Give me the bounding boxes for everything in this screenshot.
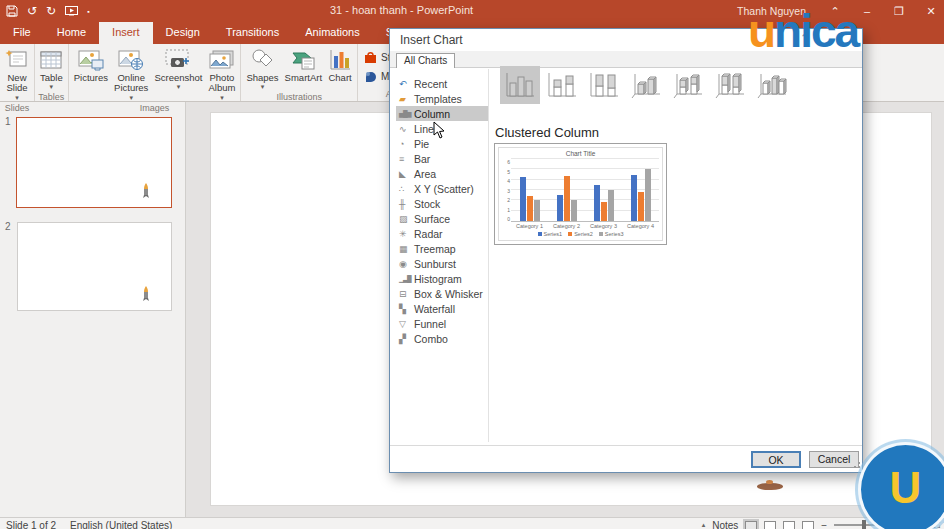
- gallery-clustered-column[interactable]: [500, 66, 540, 104]
- all-charts-tab[interactable]: All Charts: [396, 53, 455, 68]
- chart-type-label: Stock: [414, 198, 440, 210]
- chart-type-label: Box & Whisker: [414, 288, 483, 300]
- ribbon-tab[interactable]: Insert: [99, 22, 153, 44]
- chart-type-icon: ⊟: [399, 289, 414, 299]
- slide-1-thumbnail[interactable]: [16, 117, 172, 208]
- chart-preview[interactable]: Chart Title 6543210 Category 1Category 2…: [494, 143, 667, 245]
- chart-type-item[interactable]: ▁▃█ Histogram: [396, 271, 488, 286]
- preview-bar: [645, 169, 651, 221]
- chart-type-item[interactable]: ◣ Area: [396, 166, 488, 181]
- ok-button[interactable]: OK: [751, 451, 801, 468]
- chart-type-item[interactable]: ◔ Pie: [396, 136, 488, 151]
- chart-type-item[interactable]: ▚ Waterfall: [396, 301, 488, 316]
- zoom-slider-handle[interactable]: [862, 520, 866, 529]
- preview-bar: [564, 176, 570, 221]
- group-tables: Table ▾ Tables: [35, 44, 69, 101]
- ribbon-tab[interactable]: Design: [153, 22, 213, 44]
- slide-sorter-view-button[interactable]: [764, 521, 776, 529]
- normal-view-button[interactable]: [745, 521, 757, 529]
- close-icon[interactable]: ✕: [922, 5, 940, 18]
- slideshow-view-button[interactable]: [802, 521, 814, 529]
- account-name[interactable]: Thanh Nguyen: [737, 5, 806, 17]
- online-pictures-button[interactable]: Online Pictures ▾: [111, 45, 151, 102]
- chart-type-item[interactable]: ▨ Surface: [396, 211, 488, 226]
- window-title: 31 - hoan thanh - PowerPoint: [330, 4, 473, 16]
- ribbon-tab[interactable]: Home: [44, 22, 99, 44]
- subtype-gallery: [500, 66, 792, 104]
- table-button[interactable]: Table ▾: [37, 45, 66, 91]
- dropdown-caret-icon: ▾: [177, 83, 181, 91]
- undo-icon[interactable]: ↺: [27, 5, 37, 17]
- chart-type-icon: ▦: [399, 244, 414, 254]
- dropdown-caret-icon: ▾: [261, 83, 265, 91]
- zoom-out-button[interactable]: −: [821, 520, 827, 529]
- preview-bar-group: [520, 159, 540, 221]
- chart-type-item[interactable]: ▅█▆ Column: [396, 106, 488, 121]
- shapes-icon: [249, 47, 275, 73]
- gallery-3d-100-stacked-column[interactable]: [710, 66, 750, 104]
- chart-type-icon: ▰: [399, 94, 414, 104]
- chart-type-label: Radar: [414, 228, 443, 240]
- chart-type-item[interactable]: ✳ Radar: [396, 226, 488, 241]
- preview-bar: [631, 175, 637, 222]
- notes-toggle[interactable]: Notes: [712, 520, 738, 529]
- chart-type-list: ↶ Recent ▰ Templates ▅█▆ Column ∿ Line ◔…: [396, 76, 488, 346]
- chart-type-item[interactable]: ∴ X Y (Scatter): [396, 181, 488, 196]
- chart-type-item[interactable]: ▞ Combo: [396, 331, 488, 346]
- dropdown-caret-icon: ▾: [50, 83, 54, 91]
- reading-view-button[interactable]: [783, 521, 795, 529]
- minimize-icon[interactable]: –: [858, 5, 876, 17]
- ribbon-tab[interactable]: Transitions: [213, 22, 292, 44]
- chart-type-item[interactable]: ▰ Templates: [396, 91, 488, 106]
- selected-subtype-heading: Clustered Column: [495, 125, 599, 140]
- online-pictures-icon: [118, 47, 144, 73]
- new-slide-button[interactable]: New Slide ▾: [2, 45, 32, 102]
- chart-type-item[interactable]: ╫ Stock: [396, 196, 488, 211]
- chart-type-label: Recent: [414, 78, 447, 90]
- chart-type-item[interactable]: ≡ Bar: [396, 151, 488, 166]
- redo-icon[interactable]: ↻: [46, 5, 56, 17]
- smartart-button[interactable]: SmartArt: [282, 45, 325, 91]
- preview-bar: [534, 200, 540, 221]
- gallery-3d-stacked-column[interactable]: [668, 66, 708, 104]
- ribbon-display-options-icon[interactable]: ⌃: [826, 5, 844, 18]
- gallery-100-stacked-column[interactable]: [584, 66, 624, 104]
- chart-type-label: Pie: [414, 138, 429, 150]
- help-icon[interactable]: ?: [798, 32, 812, 44]
- gallery-stacked-column[interactable]: [542, 66, 582, 104]
- chart-type-icon: ∴: [399, 184, 414, 194]
- chart-type-item[interactable]: ∿ Line: [396, 121, 488, 136]
- gallery-3d-clustered-column[interactable]: [626, 66, 666, 104]
- shapes-button[interactable]: Shapes ▾: [243, 45, 281, 91]
- chart-button[interactable]: Chart: [325, 45, 355, 91]
- gallery-3d-column[interactable]: [752, 66, 792, 104]
- preview-y-axis: 6543210: [502, 159, 511, 222]
- start-slideshow-icon[interactable]: [65, 6, 78, 17]
- rocket-image-partial: [757, 483, 783, 490]
- resize-grip[interactable]: [852, 462, 860, 470]
- chart-type-icon: ▽: [399, 319, 414, 329]
- chart-type-item[interactable]: ⊟ Box & Whisker: [396, 286, 488, 301]
- language-indicator[interactable]: English (United States): [70, 520, 172, 529]
- restore-icon[interactable]: ❐: [890, 5, 908, 18]
- preview-bar: [601, 202, 607, 221]
- chart-type-item[interactable]: ▦ Treemap: [396, 241, 488, 256]
- chart-type-label: Sunburst: [414, 258, 456, 270]
- slide-2-thumbnail[interactable]: [17, 222, 172, 311]
- save-icon[interactable]: [6, 5, 18, 17]
- ribbon-tab[interactable]: File: [0, 22, 44, 44]
- photo-album-button[interactable]: Photo Album ▾: [205, 45, 238, 102]
- chart-type-item[interactable]: ◉ Sunburst: [396, 256, 488, 271]
- screenshot-button[interactable]: Screenshot ▾: [151, 45, 205, 102]
- pictures-button[interactable]: Pictures: [71, 45, 111, 102]
- chart-icon: [328, 47, 352, 73]
- qat-customize-icon[interactable]: ▪: [87, 8, 89, 15]
- chart-type-icon: ▚: [399, 304, 414, 314]
- chart-type-item[interactable]: ▽ Funnel: [396, 316, 488, 331]
- ribbon-tab[interactable]: Animations: [292, 22, 372, 44]
- dialog-title: Insert Chart: [400, 33, 463, 47]
- dropdown-caret-icon: ▾: [15, 94, 19, 102]
- chart-type-item[interactable]: ↶ Recent: [396, 76, 488, 91]
- slide-counter: Slide 1 of 2: [6, 520, 56, 529]
- screenshot-icon: [164, 47, 192, 73]
